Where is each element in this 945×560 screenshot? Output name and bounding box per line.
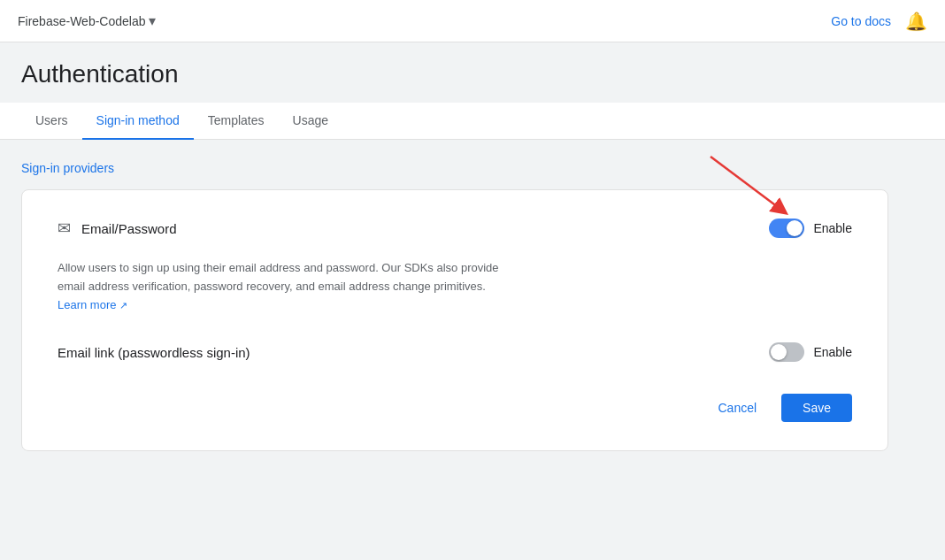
top-bar: Firebase-Web-Codelab ▾ Go to docs 🔔 [0, 0, 945, 42]
main-content: Authentication Users Sign-in method Temp… [0, 42, 945, 469]
email-link-enable-label: Enable [813, 345, 852, 359]
toggle-track-off [769, 342, 804, 362]
top-bar-actions: Go to docs 🔔 [831, 11, 927, 32]
email-link-label: Email link (passwordless sign-in) [58, 345, 769, 360]
action-buttons: Cancel Save [58, 394, 852, 422]
tab-bar: Users Sign-in method Templates Usage [0, 103, 945, 140]
notifications-icon[interactable]: 🔔 [905, 11, 927, 32]
tab-users[interactable]: Users [21, 103, 82, 140]
tab-signin-method[interactable]: Sign-in method [82, 103, 194, 140]
svg-line-0 [711, 157, 781, 210]
tab-templates[interactable]: Templates [194, 103, 279, 140]
email-password-description: Allow users to sign up using their email… [58, 259, 518, 314]
email-link-toggle-area: Enable [769, 342, 852, 362]
tab-usage[interactable]: Usage [279, 103, 342, 140]
card-section: Sign-in providers ✉ Email/Password [21, 161, 888, 451]
toggle-thumb-off [771, 344, 787, 360]
toggle-thumb-on [787, 220, 803, 236]
save-button[interactable]: Save [781, 394, 852, 422]
email-password-wrapper: ✉ Email/Password Enable [58, 219, 852, 238]
description-text: Allow users to sign up using their email… [58, 261, 499, 293]
email-password-label: Email/Password [81, 221, 769, 236]
project-name: Firebase-Web-Codelab [18, 14, 145, 28]
email-password-row: ✉ Email/Password Enable [58, 219, 852, 238]
chevron-down-icon: ▾ [149, 12, 156, 29]
email-password-toggle[interactable] [769, 219, 804, 238]
email-password-enable-label: Enable [813, 221, 852, 235]
page-title: Authentication [21, 60, 924, 88]
email-link-row: Email link (passwordless sign-in) Enable [58, 335, 852, 362]
arrow-annotation [702, 148, 799, 219]
email-icon: ✉ [58, 219, 71, 238]
learn-more-text: Learn more [58, 298, 116, 311]
external-link-icon: ↗ [119, 299, 127, 310]
email-link-toggle[interactable] [769, 342, 804, 362]
cancel-button[interactable]: Cancel [703, 394, 771, 422]
email-password-toggle-area: Enable [769, 219, 852, 238]
project-selector[interactable]: Firebase-Web-Codelab ▾ [18, 12, 156, 29]
toggle-track-on [769, 219, 804, 238]
go-to-docs-link[interactable]: Go to docs [831, 14, 891, 28]
learn-more-link[interactable]: Learn more ↗ [58, 298, 127, 311]
providers-card: ✉ Email/Password Enable Allow users to s… [21, 189, 888, 451]
